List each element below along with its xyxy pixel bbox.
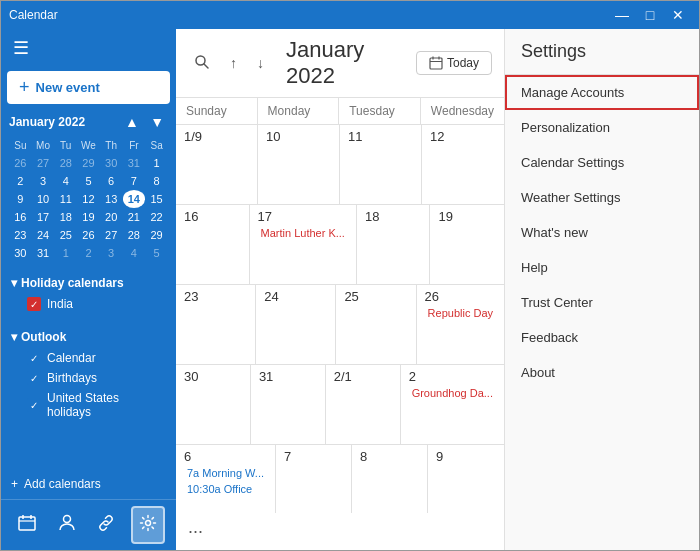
settings-trust-center[interactable]: Trust Center — [505, 285, 699, 320]
prev-button[interactable]: ↑ — [224, 51, 243, 75]
cal-cell-1-9[interactable]: 1/9 — [176, 125, 258, 204]
cal-cell-19[interactable]: 19 — [430, 205, 504, 284]
cal-cell-25[interactable]: 25 — [336, 285, 416, 364]
cal-cell-6[interactable]: 6 7a Morning W... 10:30a Office — [176, 445, 276, 513]
sidebar-item-birthdays[interactable]: ✓ Birthdays — [11, 368, 166, 388]
mini-cal-cell[interactable]: 10 — [32, 190, 55, 208]
mini-cal-cell[interactable]: 4 — [54, 172, 77, 190]
cal-cell-18[interactable]: 18 — [357, 205, 431, 284]
link-nav-button[interactable] — [91, 506, 121, 544]
event-groundhog[interactable]: Groundhog Da... — [409, 386, 496, 400]
mini-cal-cell[interactable]: 15 — [145, 190, 168, 208]
mini-cal-cell[interactable]: 30 — [100, 154, 123, 172]
mini-cal-cell[interactable]: 21 — [123, 208, 146, 226]
minimize-button[interactable]: — — [609, 5, 635, 25]
cal-cell-2-1[interactable]: 2/1 — [326, 365, 401, 444]
event-republic-day[interactable]: Republic Day — [425, 306, 496, 320]
mini-cal-cell-today[interactable]: 14 — [123, 190, 146, 208]
mini-cal-cell[interactable]: 28 — [123, 226, 146, 244]
mini-cal-cell[interactable]: 25 — [54, 226, 77, 244]
mini-cal-cell[interactable]: 27 — [32, 154, 55, 172]
cal-cell-24[interactable]: 24 — [256, 285, 336, 364]
cal-cell-12[interactable]: 12 — [422, 125, 504, 204]
today-button[interactable]: Today — [416, 51, 492, 75]
event-morning-walk[interactable]: 7a Morning W... — [184, 466, 267, 480]
cal-cell-8[interactable]: 8 — [352, 445, 428, 513]
people-nav-button[interactable] — [52, 506, 82, 544]
mini-cal-cell[interactable]: 20 — [100, 208, 123, 226]
cal-cell-31[interactable]: 31 — [251, 365, 326, 444]
settings-whats-new[interactable]: What's new — [505, 215, 699, 250]
mini-cal-cell[interactable]: 24 — [32, 226, 55, 244]
mini-cal-cell[interactable]: 6 — [100, 172, 123, 190]
mini-cal-prev[interactable]: ▲ — [121, 112, 143, 132]
mini-cal-cell[interactable]: 26 — [9, 154, 32, 172]
mini-cal-cell[interactable]: 7 — [123, 172, 146, 190]
mini-cal-cell[interactable]: 26 — [77, 226, 100, 244]
mini-cal-cell[interactable]: 8 — [145, 172, 168, 190]
mini-cal-cell[interactable]: 27 — [100, 226, 123, 244]
mini-cal-cell[interactable]: 29 — [77, 154, 100, 172]
search-button[interactable] — [188, 50, 216, 77]
mini-cal-cell[interactable]: 29 — [145, 226, 168, 244]
mini-cal-cell[interactable]: 22 — [145, 208, 168, 226]
sidebar-item-calendar[interactable]: ✓ Calendar — [11, 348, 166, 368]
settings-nav-button[interactable] — [131, 506, 165, 544]
cal-cell-30[interactable]: 30 — [176, 365, 251, 444]
mini-cal-cell[interactable]: 17 — [32, 208, 55, 226]
maximize-button[interactable]: □ — [637, 5, 663, 25]
next-button[interactable]: ↓ — [251, 51, 270, 75]
mini-cal-cell[interactable]: 3 — [100, 244, 123, 262]
settings-manage-accounts[interactable]: Manage Accounts — [505, 75, 699, 110]
mini-cal-cell[interactable]: 23 — [9, 226, 32, 244]
cal-cell-2[interactable]: 2 Groundhog Da... — [401, 365, 504, 444]
cal-cell-23[interactable]: 23 — [176, 285, 256, 364]
mini-cal-cell[interactable]: 18 — [54, 208, 77, 226]
mini-cal-cell[interactable]: 16 — [9, 208, 32, 226]
sidebar-item-us-holidays[interactable]: ✓ United States holidays — [11, 388, 166, 422]
holiday-calendars-header[interactable]: ▾ Holiday calendars — [11, 272, 166, 294]
mini-cal-cell[interactable]: 12 — [77, 190, 100, 208]
event-office[interactable]: 10:30a Office — [184, 482, 267, 496]
mini-cal-cell[interactable]: 30 — [9, 244, 32, 262]
settings-feedback[interactable]: Feedback — [505, 320, 699, 355]
mini-cal-cell[interactable]: 9 — [9, 190, 32, 208]
title-bar-left: Calendar — [9, 8, 58, 22]
mini-cal-cell[interactable]: 1 — [145, 154, 168, 172]
add-calendars-button[interactable]: + Add calendars — [1, 469, 176, 499]
mini-cal-cell[interactable]: 5 — [77, 172, 100, 190]
cal-cell-7[interactable]: 7 — [276, 445, 352, 513]
mini-cal-cell[interactable]: 31 — [32, 244, 55, 262]
settings-weather-settings[interactable]: Weather Settings — [505, 180, 699, 215]
hamburger-button[interactable]: ☰ — [9, 35, 33, 61]
cal-cell-10[interactable]: 10 — [258, 125, 340, 204]
sidebar-item-india[interactable]: ✓ India — [11, 294, 166, 314]
mini-cal-cell[interactable]: 13 — [100, 190, 123, 208]
mini-cal-cell[interactable]: 4 — [123, 244, 146, 262]
mini-cal-next[interactable]: ▼ — [146, 112, 168, 132]
mini-cal-cell[interactable]: 5 — [145, 244, 168, 262]
mini-cal-cell[interactable]: 1 — [54, 244, 77, 262]
event-mlk[interactable]: Martin Luther K... — [258, 226, 348, 240]
settings-help[interactable]: Help — [505, 250, 699, 285]
mini-cal-cell[interactable]: 19 — [77, 208, 100, 226]
mini-cal-cell[interactable]: 2 — [77, 244, 100, 262]
mini-cal-cell[interactable]: 2 — [9, 172, 32, 190]
mini-cal-cell[interactable]: 28 — [54, 154, 77, 172]
settings-calendar-settings[interactable]: Calendar Settings — [505, 145, 699, 180]
cal-cell-11[interactable]: 11 — [340, 125, 422, 204]
settings-about[interactable]: About — [505, 355, 699, 390]
settings-personalization[interactable]: Personalization — [505, 110, 699, 145]
new-event-button[interactable]: + New event — [7, 71, 170, 104]
cal-cell-9[interactable]: 9 — [428, 445, 504, 513]
cal-cell-26[interactable]: 26 Republic Day — [417, 285, 504, 364]
cal-cell-16[interactable]: 16 — [176, 205, 250, 284]
outlook-header[interactable]: ▾ Outlook — [11, 326, 166, 348]
mini-cal-cell[interactable]: 11 — [54, 190, 77, 208]
mini-cal-cell[interactable]: 31 — [123, 154, 146, 172]
cal-cell-17[interactable]: 17 Martin Luther K... — [250, 205, 357, 284]
calendar-nav-button[interactable] — [12, 506, 42, 544]
more-button[interactable]: ··· — [176, 513, 504, 550]
mini-cal-cell[interactable]: 3 — [32, 172, 55, 190]
close-button[interactable]: ✕ — [665, 5, 691, 25]
